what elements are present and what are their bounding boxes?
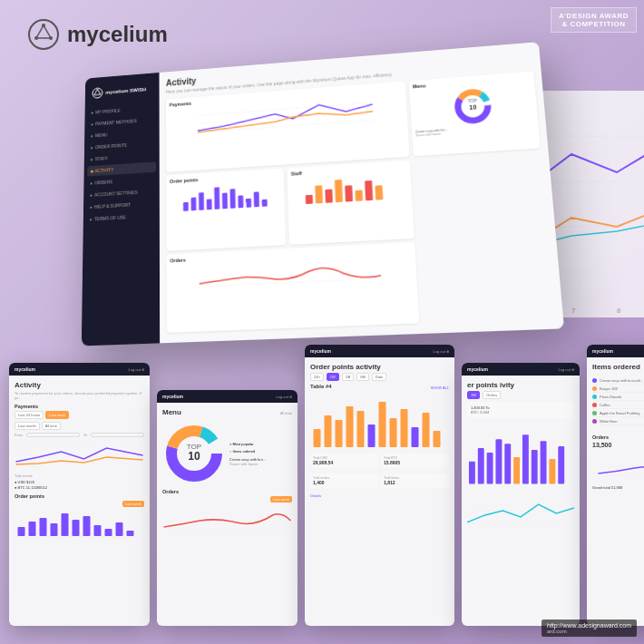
menu-orders-filter: Last week bbox=[162, 496, 292, 503]
svg-rect-42 bbox=[335, 180, 343, 202]
svg-point-4 bbox=[34, 36, 38, 40]
svg-rect-71 bbox=[336, 420, 343, 447]
donut-chart: TOP 10 bbox=[451, 85, 495, 128]
svg-rect-32 bbox=[214, 187, 220, 210]
details-label[interactable]: Details bbox=[310, 493, 449, 498]
screen1-payments-label: Payments bbox=[15, 404, 144, 409]
tab-date[interactable]: Date bbox=[372, 373, 386, 381]
menu-orders-filter-btn[interactable]: Last week bbox=[270, 496, 292, 503]
screen3-stats: Total USD 29,908.54 Total BTC 15.8905 To… bbox=[310, 454, 449, 491]
svg-line-22 bbox=[198, 102, 373, 115]
screen1-logo: mycelium bbox=[15, 366, 35, 372]
tab-orders-s4[interactable]: Orders bbox=[483, 391, 501, 399]
screen2-orders-label: Orders bbox=[162, 489, 292, 494]
tab-24h[interactable]: 24h bbox=[310, 373, 324, 381]
sidebar-logo-icon bbox=[92, 87, 103, 100]
item-name-3: Pizza Diavola bbox=[600, 395, 644, 399]
svg-rect-73 bbox=[357, 411, 365, 447]
screen4-chart bbox=[467, 421, 574, 484]
orders-total: 13,500 bbox=[592, 442, 644, 448]
logo-area: mycelium bbox=[27, 18, 168, 51]
screen1-filter-row: Last 24 hours Last week bbox=[15, 411, 144, 419]
svg-rect-91 bbox=[558, 446, 564, 483]
screen1-orderpoints-chart bbox=[15, 509, 144, 536]
menu-second-name: Souce with bacon bbox=[229, 462, 292, 466]
svg-rect-36 bbox=[246, 199, 251, 208]
show-all-btn[interactable]: SHOW ALL bbox=[431, 385, 449, 390]
screen3-content: Order points activity 24h 1W 1M 6M Date … bbox=[305, 357, 454, 503]
tab-6m[interactable]: 6M bbox=[356, 373, 369, 381]
svg-rect-43 bbox=[345, 185, 353, 201]
filter-lastweek[interactable]: Last week bbox=[45, 411, 69, 419]
screen1-header: mycelium Log out ⊕ bbox=[9, 363, 150, 376]
svg-rect-90 bbox=[549, 459, 555, 484]
dashboard-content: Activity Here you can manage the status … bbox=[160, 42, 564, 343]
screen1-title: Activity bbox=[15, 381, 144, 389]
svg-rect-69 bbox=[314, 429, 321, 447]
url-suffix: ard.com bbox=[547, 629, 631, 634]
svg-rect-75 bbox=[379, 402, 386, 447]
item-dot-1 bbox=[592, 378, 597, 383]
svg-rect-44 bbox=[356, 190, 364, 200]
svg-rect-83 bbox=[487, 453, 493, 483]
legend-item-2: ● Items ordered bbox=[229, 449, 292, 454]
mycelium-logo-icon bbox=[27, 18, 60, 51]
svg-rect-31 bbox=[207, 199, 212, 210]
usd-stat: ● USD $120 bbox=[15, 480, 144, 484]
svg-rect-89 bbox=[541, 441, 547, 483]
screen4-tabs: 1W Orders bbox=[467, 391, 574, 399]
svg-rect-54 bbox=[51, 523, 58, 536]
screen5-orders-label: Orders bbox=[592, 434, 609, 440]
screen3-bar-chart bbox=[310, 393, 449, 447]
screen2-header: mycelium Log out ⊕ bbox=[157, 390, 298, 403]
nav-terms[interactable]: ▸ TERMS OF USE bbox=[86, 210, 156, 225]
screen3-logo: mycelium bbox=[310, 348, 331, 354]
filter-lastmonth[interactable]: Last month bbox=[15, 422, 40, 430]
svg-rect-35 bbox=[238, 195, 243, 208]
screen2-logo: mycelium bbox=[162, 394, 183, 399]
date-range: From To bbox=[15, 433, 144, 437]
svg-rect-56 bbox=[73, 520, 80, 536]
filter-24h[interactable]: Last 24 hours bbox=[15, 411, 44, 419]
svg-rect-84 bbox=[495, 439, 502, 483]
orderpoints-filter-btn[interactable]: Last week bbox=[122, 501, 144, 507]
screen-menu: mycelium Log out ⊕ Menu All time TOP 10 … bbox=[157, 390, 298, 626]
screen4-content: er points ivity 1W Orders 1,400.00 To BT… bbox=[462, 376, 580, 542]
screen4-btc-stat: BTC: 0.344 bbox=[471, 410, 571, 415]
adesign-badge: A'DESIGN AWARD & COMPETITION bbox=[551, 7, 637, 33]
svg-rect-46 bbox=[376, 185, 384, 200]
small-screens-row: mycelium Log out ⊕ Activity To receive p… bbox=[9, 345, 635, 626]
payments-card: Payments bbox=[166, 81, 409, 171]
tab-1w[interactable]: 1W bbox=[327, 373, 339, 381]
btc-stat: ● BTC 11.12280512 bbox=[15, 485, 144, 490]
svg-rect-57 bbox=[83, 516, 91, 536]
logo-text: mycelium bbox=[67, 22, 168, 47]
tab-1w-s4[interactable]: 1W bbox=[467, 391, 480, 399]
screen5-title: Items ordered bbox=[592, 363, 640, 371]
screen2-orders-chart bbox=[162, 504, 292, 536]
tab-1m[interactable]: 1M bbox=[342, 373, 355, 381]
svg-rect-39 bbox=[306, 195, 313, 204]
svg-rect-87 bbox=[522, 434, 529, 483]
svg-rect-86 bbox=[513, 457, 520, 484]
svg-rect-51 bbox=[18, 527, 25, 536]
svg-rect-85 bbox=[504, 444, 511, 483]
screen5-header: mycelium Log out ⊕ bbox=[587, 345, 644, 357]
svg-point-2 bbox=[42, 24, 45, 27]
svg-rect-81 bbox=[469, 462, 475, 484]
menu-card: Menu TOP 10 Cream soup with bro... Souce… bbox=[408, 72, 540, 157]
item-dot-2 bbox=[592, 386, 597, 391]
list-item: Apple the Bread Pudding 843 bbox=[592, 409, 644, 417]
menu-legend: ● Most popular ● Items ordered Cream sou… bbox=[229, 442, 292, 466]
svg-rect-37 bbox=[254, 191, 259, 207]
svg-rect-74 bbox=[368, 424, 376, 447]
items-list: Cream soup with broccoli... 9,072 Burger… bbox=[592, 376, 644, 425]
svg-rect-61 bbox=[127, 531, 134, 536]
screen3-tabs: 24h 1W 1M 6M Date bbox=[310, 373, 449, 381]
screen4-title: er points ivity bbox=[467, 381, 574, 389]
order-points-card: Order points bbox=[166, 168, 286, 250]
orders-card: Orders bbox=[167, 242, 419, 333]
staff-bar-chart bbox=[291, 171, 408, 205]
filter-alltime[interactable]: All time bbox=[42, 422, 61, 430]
screen1-header-right: Log out ⊕ bbox=[129, 367, 144, 372]
